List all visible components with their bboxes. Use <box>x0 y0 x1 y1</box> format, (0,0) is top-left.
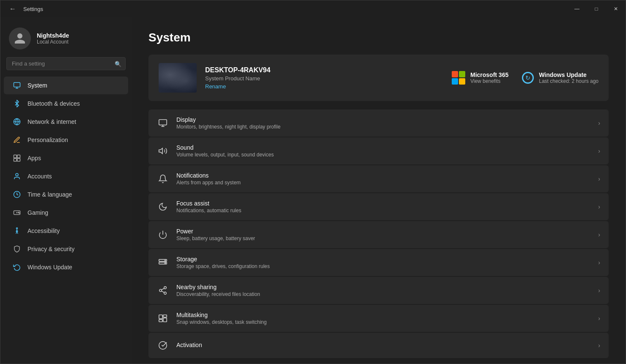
focusassist-desc: Notifications, automatic rules <box>176 208 590 213</box>
svg-marker-19 <box>159 148 162 154</box>
focusassist-chevron-icon: › <box>598 203 600 210</box>
sidebar-item-bluetooth[interactable]: Bluetooth & devices <box>4 95 128 112</box>
sidebar-item-network[interactable]: Network & internet <box>4 113 128 131</box>
microsoft365-text: Microsoft 365 View benefits <box>470 71 508 84</box>
sound-text: Sound Volume levels, output, input, soun… <box>176 144 590 158</box>
sidebar-item-time[interactable]: Time & language <box>4 186 128 203</box>
multitasking-chevron-icon: › <box>598 315 600 322</box>
sidebar-item-accessibility-label: Accessibility <box>27 227 60 234</box>
page-title: System <box>148 31 609 44</box>
settings-item-sound[interactable]: Sound Volume levels, output, input, soun… <box>148 137 609 164</box>
device-info: DESKTOP-4RAKV94 System Product Name Rena… <box>205 66 443 90</box>
gaming-icon <box>12 208 22 217</box>
device-rename-link[interactable]: Rename <box>205 83 443 90</box>
privacy-icon <box>12 244 22 254</box>
storage-desc: Storage space, drives, configuration rul… <box>176 263 590 269</box>
svg-point-7 <box>16 173 18 176</box>
sidebar-item-gaming[interactable]: Gaming <box>4 204 128 222</box>
windowsupdate-icon: ↻ <box>522 72 534 84</box>
svg-point-26 <box>159 289 162 292</box>
settings-item-activation[interactable]: Activation › <box>148 333 609 358</box>
settings-item-focusassist[interactable]: Focus assist Notifications, automatic ru… <box>148 193 609 220</box>
sidebar-item-apps[interactable]: Apps <box>4 149 128 167</box>
display-title: Display <box>176 116 590 123</box>
focusassist-title: Focus assist <box>176 200 590 207</box>
sidebar-item-personalization-label: Personalization <box>27 137 68 143</box>
sidebar-item-accounts-label: Accounts <box>27 173 52 180</box>
nav-list: System Bluetooth & devices <box>0 76 132 276</box>
sidebar-item-accounts[interactable]: Accounts <box>4 167 128 185</box>
display-chevron-icon: › <box>598 120 600 126</box>
sidebar-item-privacy[interactable]: Privacy & security <box>4 240 128 258</box>
storage-title: Storage <box>176 256 590 263</box>
svg-rect-32 <box>163 318 167 322</box>
display-icon <box>157 117 169 129</box>
power-desc: Sleep, battery usage, battery saver <box>176 235 590 241</box>
activation-chevron-icon: › <box>598 342 600 349</box>
close-button[interactable]: ✕ <box>606 0 626 17</box>
bluetooth-icon <box>12 99 22 108</box>
window-controls: — □ ✕ <box>567 0 626 17</box>
titlebar: ← Settings — □ ✕ <box>0 0 626 17</box>
activation-text: Activation <box>176 342 590 349</box>
svg-rect-33 <box>159 320 162 322</box>
device-subtitle: System Product Name <box>205 75 443 82</box>
apps-icon <box>12 153 22 163</box>
sidebar: Nightsh4de Local Account 🔍 <box>0 17 132 364</box>
network-icon <box>12 117 22 126</box>
settings-item-notifications[interactable]: Notifications Alerts from apps and syste… <box>148 165 609 192</box>
sidebar-item-personalization[interactable]: Personalization <box>4 131 128 149</box>
windowsupdate-action-title: Windows Update <box>539 71 599 78</box>
search-input[interactable] <box>6 57 126 70</box>
svg-rect-31 <box>163 315 167 317</box>
svg-point-25 <box>164 287 167 289</box>
nearbysharing-text: Nearby sharing Discoverability, received… <box>176 284 590 297</box>
nearbysharing-icon <box>157 285 169 296</box>
sound-title: Sound <box>176 144 590 151</box>
device-texture <box>159 63 197 93</box>
microsoft365-title: Microsoft 365 <box>470 71 508 78</box>
notifications-text: Notifications Alerts from apps and syste… <box>176 172 590 186</box>
user-name: Nightsh4de <box>37 32 69 39</box>
device-name: DESKTOP-4RAKV94 <box>205 66 443 74</box>
sidebar-item-accessibility[interactable]: Accessibility <box>4 222 128 240</box>
back-button[interactable]: ← <box>6 0 19 17</box>
power-chevron-icon: › <box>598 231 600 238</box>
notifications-icon <box>157 173 169 185</box>
sidebar-item-windowsupdate[interactable]: Windows Update <box>4 258 128 276</box>
search-icon: 🔍 <box>115 60 121 67</box>
notifications-title: Notifications <box>176 172 590 179</box>
sidebar-item-bluetooth-label: Bluetooth & devices <box>27 100 80 107</box>
windowsupdate-arrow-icon: ↻ <box>525 74 530 81</box>
search-box: 🔍 <box>6 57 126 70</box>
accessibility-icon <box>12 226 22 235</box>
user-subtitle: Local Account <box>37 39 69 45</box>
settings-item-nearbysharing[interactable]: Nearby sharing Discoverability, received… <box>148 277 609 304</box>
settings-item-power[interactable]: Power Sleep, battery usage, battery save… <box>148 221 609 248</box>
nearbysharing-title: Nearby sharing <box>176 284 590 290</box>
sidebar-item-gaming-label: Gaming <box>27 209 48 216</box>
nearbysharing-desc: Discoverability, received files location <box>176 291 590 297</box>
power-text: Power Sleep, battery usage, battery save… <box>176 228 590 241</box>
sound-icon <box>157 145 169 157</box>
maximize-button[interactable]: □ <box>587 0 606 17</box>
notifications-chevron-icon: › <box>598 175 600 182</box>
svg-point-34 <box>159 342 167 349</box>
storage-text: Storage Storage space, drives, configura… <box>176 256 590 269</box>
titlebar-left: ← Settings <box>6 0 43 17</box>
windowsupdate-action[interactable]: ↻ Windows Update Last checked: 2 hours a… <box>522 71 599 85</box>
multitasking-icon <box>157 312 169 324</box>
settings-item-multitasking[interactable]: Multitasking Snap windows, desktops, tas… <box>148 305 609 332</box>
sidebar-item-system[interactable]: System <box>4 77 128 94</box>
accounts-icon <box>12 172 22 181</box>
svg-rect-16 <box>159 120 167 125</box>
minimize-button[interactable]: — <box>567 0 587 17</box>
user-section[interactable]: Nightsh4de Local Account <box>0 22 132 57</box>
microsoft365-icon <box>452 71 465 85</box>
microsoft365-action[interactable]: Microsoft 365 View benefits <box>452 71 508 85</box>
settings-item-display[interactable]: Display Monitors, brightness, night ligh… <box>148 109 609 137</box>
sidebar-item-time-label: Time & language <box>27 191 72 198</box>
settings-item-storage[interactable]: Storage Storage space, drives, configura… <box>148 249 609 276</box>
multitasking-title: Multitasking <box>176 312 590 318</box>
system-icon <box>12 81 22 90</box>
